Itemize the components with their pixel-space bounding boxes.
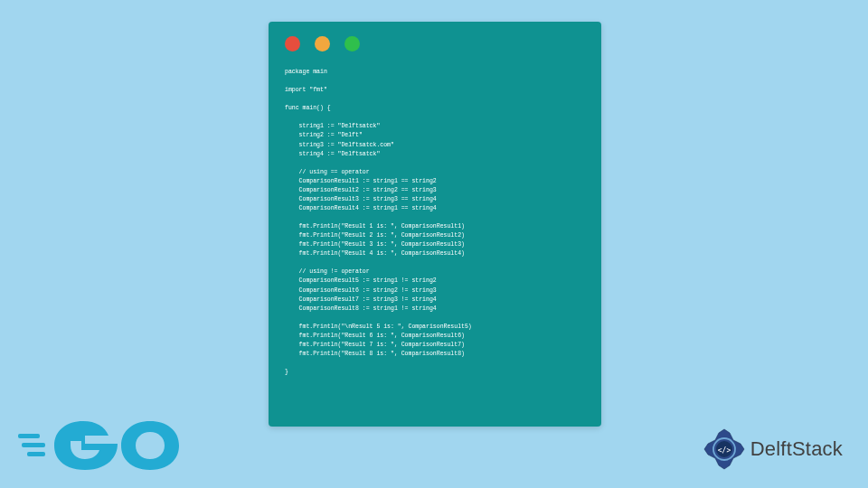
delftstack-text: DelftStack bbox=[750, 437, 843, 461]
minimize-icon bbox=[315, 36, 330, 52]
go-logo bbox=[18, 414, 181, 477]
svg-rect-1 bbox=[22, 443, 45, 447]
svg-rect-2 bbox=[27, 452, 45, 456]
code-window: package main import "fmt" func main() { … bbox=[269, 22, 601, 427]
svg-rect-0 bbox=[18, 434, 40, 438]
code-content: package main import "fmt" func main() { … bbox=[269, 59, 601, 389]
svg-text:</>: </> bbox=[718, 446, 731, 455]
delftstack-icon: </> bbox=[702, 427, 747, 472]
close-icon bbox=[285, 36, 300, 52]
maximize-icon bbox=[344, 36, 360, 52]
window-controls bbox=[269, 22, 601, 59]
delftstack-logo: </> DelftStack bbox=[702, 427, 843, 472]
